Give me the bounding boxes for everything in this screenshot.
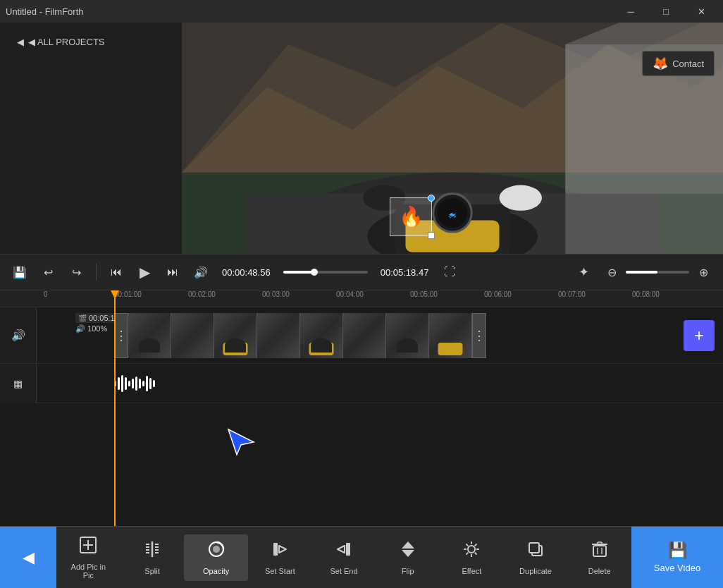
frame-3 (214, 313, 257, 358)
zoom-out-button[interactable]: ⊖ (600, 261, 623, 283)
frame-4 (257, 313, 300, 358)
sidebar: ◀ ◀ ALL PROJECTS (0, 23, 182, 254)
flip-icon (399, 540, 417, 563)
add-pic-in-pic-button[interactable]: Add Pic inPic (56, 530, 121, 585)
bottom-toolbar: ◀ Add Pic inPic (0, 526, 723, 588)
split-button[interactable]: Split (121, 534, 185, 581)
split-svg (143, 540, 161, 558)
flip-label: Flip (402, 567, 414, 575)
fullscreen-button[interactable]: ⛶ (438, 261, 461, 283)
opacity-label: Opacity (203, 567, 229, 575)
ruler-mark-8: 00:08:00 (632, 290, 660, 298)
close-button[interactable]: ✕ (685, 0, 717, 23)
add-pic-label: Add Pic inPic (71, 563, 106, 580)
video-track-inner: 🎬 00:05:18 🔒 🔊 100% ⋮ (37, 307, 723, 363)
wave-bar (114, 381, 116, 386)
duplicate-icon (526, 540, 545, 563)
effect-button[interactable]: Effect (440, 534, 504, 581)
ruler-mark-2: 00:02:00 (188, 290, 216, 298)
effects-icon: ✦ (579, 264, 589, 280)
skip-forward-button[interactable]: ⏭ (161, 261, 184, 283)
sticker-resize-handle[interactable] (428, 232, 435, 239)
minimize-button[interactable]: ─ (614, 0, 647, 23)
ruler-mark-7: 00:07:00 (558, 290, 586, 298)
back-icon: ◀ (23, 549, 35, 567)
video-track-icon: 🔊 (11, 329, 25, 342)
maximize-button[interactable]: □ (650, 0, 682, 23)
sticker-overlay[interactable]: 🔥 (390, 197, 432, 236)
clip-handle-left[interactable]: ⋮ (114, 313, 128, 358)
sticker-content: 🔥 (399, 205, 424, 228)
video-track-content: 🎬 00:05:18 🔒 🔊 100% ⋮ (37, 307, 723, 363)
frame-5 (300, 313, 343, 358)
redo-icon: ↪ (72, 266, 81, 279)
delete-button[interactable]: Delete (567, 534, 631, 581)
set-start-label: Set Start (265, 567, 295, 575)
set-start-button[interactable]: Set Start (248, 534, 312, 581)
skip-back-icon: ⏮ (111, 266, 122, 278)
video-clips[interactable]: ⋮ (114, 313, 486, 358)
back-button[interactable]: ◀ (0, 527, 56, 589)
video-track-controls: 🔊 (0, 307, 37, 363)
svg-rect-42 (593, 546, 606, 556)
ruler-mark-0: 0 (44, 290, 48, 298)
svg-rect-35 (346, 543, 350, 556)
svg-point-12 (500, 185, 542, 211)
play-icon: ▶ (140, 264, 150, 281)
svg-rect-33 (273, 543, 278, 556)
video-track-row: 🔊 🎬 00:05:18 🔒 🔊 100% (0, 307, 723, 364)
set-end-icon (335, 540, 353, 563)
effects-button[interactable]: ✦ (572, 261, 595, 283)
flip-svg (399, 540, 417, 558)
current-time: 00:00:48.56 (222, 267, 271, 278)
frame-6 (343, 313, 386, 358)
opacity-icon (207, 540, 225, 563)
frame-8 (429, 313, 472, 358)
effect-svg (462, 540, 481, 558)
save-video-button[interactable]: 💾 Save Video (631, 527, 723, 589)
all-projects-button[interactable]: ◀ ◀ ALL PROJECTS (11, 34, 111, 50)
wave-bar (142, 381, 144, 386)
set-end-label: Set End (330, 567, 357, 575)
preview-area: 🏍 🔥 🦊 Contact (182, 23, 723, 254)
contact-button[interactable]: 🦊 Contact (642, 51, 715, 76)
audio-track-controls: ▦ (0, 364, 37, 403)
playback-toolbar: 💾 ↩ ↪ ⏮ ▶ ⏭ 🔊 00:00:48.56 00:05:18.47 ⛶ (0, 254, 723, 290)
svg-marker-36 (338, 546, 345, 553)
top-section: ◀ ◀ ALL PROJECTS (0, 23, 723, 254)
ruler-mark-1: 00:01:00 (114, 290, 142, 298)
tracks-container: 🔊 🎬 00:05:18 🔒 🔊 100% (0, 307, 723, 403)
svg-marker-38 (402, 550, 414, 557)
undo-button[interactable]: ↩ (37, 261, 59, 283)
opacity-button[interactable]: Opacity (184, 534, 248, 581)
frame-7 (386, 313, 429, 358)
effect-icon (462, 540, 481, 563)
svg-marker-17 (565, 23, 723, 194)
zoom-container: ⊖ ⊕ (600, 261, 715, 283)
progress-bar[interactable] (283, 271, 368, 274)
redo-button[interactable]: ↪ (65, 261, 87, 283)
zoom-slider[interactable] (626, 271, 689, 274)
play-button[interactable]: ▶ (133, 261, 156, 283)
duplicate-button[interactable]: Duplicate (504, 534, 568, 581)
volume-button[interactable]: 🔊 (190, 261, 212, 283)
add-track-button[interactable]: + (684, 320, 715, 351)
save-button[interactable]: 💾 (8, 261, 31, 283)
undo-icon: ↩ (44, 266, 53, 279)
contact-icon: 🦊 (653, 56, 668, 71)
zoom-fill (626, 271, 657, 274)
contact-label: Contact (672, 59, 704, 69)
split-icon (143, 540, 161, 563)
back-arrow-icon: ◀ (17, 37, 24, 47)
zoom-in-icon: ⊕ (699, 266, 708, 279)
wave-bar (121, 375, 123, 392)
clip-handle-right[interactable]: ⋮ (472, 313, 486, 358)
skip-back-button[interactable]: ⏮ (105, 261, 128, 283)
ruler-marks: 0 00:01:00 00:02:00 00:03:00 00:04:00 00… (37, 290, 723, 307)
window-title: Untitled - FilmForth (6, 6, 84, 17)
flip-button[interactable]: Flip (376, 534, 440, 581)
blue-arrow-cursor (225, 427, 257, 464)
ruler-mark-4: 00:04:00 (336, 290, 364, 298)
zoom-in-button[interactable]: ⊕ (692, 261, 715, 283)
set-end-button[interactable]: Set End (312, 534, 376, 581)
